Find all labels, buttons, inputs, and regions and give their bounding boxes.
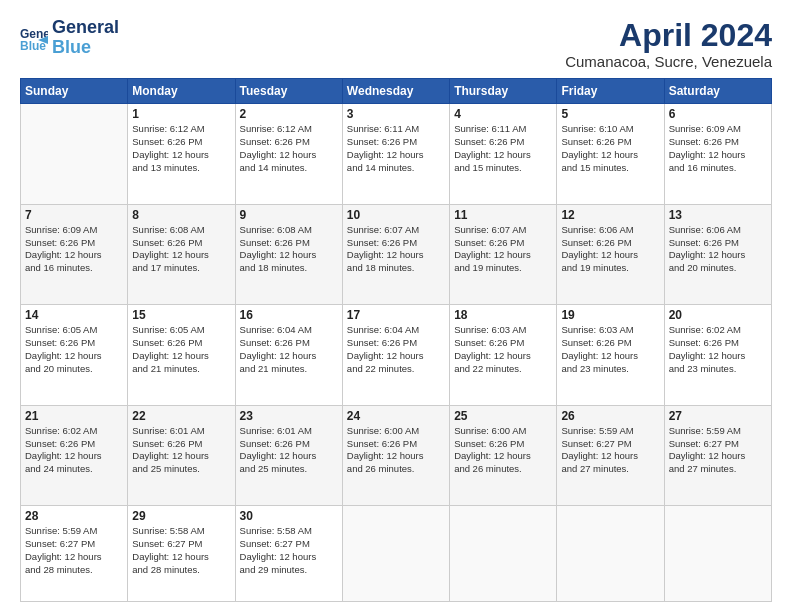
calendar-cell: 26Sunrise: 5:59 AMSunset: 6:27 PMDayligh… — [557, 405, 664, 506]
calendar-cell: 29Sunrise: 5:58 AMSunset: 6:27 PMDayligh… — [128, 506, 235, 602]
calendar-cell — [21, 104, 128, 205]
day-of-week-friday: Friday — [557, 79, 664, 104]
day-info: Sunrise: 6:10 AMSunset: 6:26 PMDaylight:… — [561, 123, 659, 174]
day-number: 14 — [25, 308, 123, 322]
calendar-cell: 3Sunrise: 6:11 AMSunset: 6:26 PMDaylight… — [342, 104, 449, 205]
week-row-4: 21Sunrise: 6:02 AMSunset: 6:26 PMDayligh… — [21, 405, 772, 506]
day-number: 25 — [454, 409, 552, 423]
day-info: Sunrise: 6:08 AMSunset: 6:26 PMDaylight:… — [132, 224, 230, 275]
day-info: Sunrise: 6:01 AMSunset: 6:26 PMDaylight:… — [240, 425, 338, 476]
day-info: Sunrise: 6:09 AMSunset: 6:26 PMDaylight:… — [669, 123, 767, 174]
day-of-week-monday: Monday — [128, 79, 235, 104]
day-info: Sunrise: 6:09 AMSunset: 6:26 PMDaylight:… — [25, 224, 123, 275]
logo-line2: Blue — [52, 38, 119, 58]
day-of-week-sunday: Sunday — [21, 79, 128, 104]
calendar-cell — [450, 506, 557, 602]
calendar-cell: 11Sunrise: 6:07 AMSunset: 6:26 PMDayligh… — [450, 204, 557, 305]
day-info: Sunrise: 6:02 AMSunset: 6:26 PMDaylight:… — [25, 425, 123, 476]
day-info: Sunrise: 6:04 AMSunset: 6:26 PMDaylight:… — [347, 324, 445, 375]
day-number: 23 — [240, 409, 338, 423]
calendar-cell: 21Sunrise: 6:02 AMSunset: 6:26 PMDayligh… — [21, 405, 128, 506]
day-number: 20 — [669, 308, 767, 322]
day-info: Sunrise: 6:01 AMSunset: 6:26 PMDaylight:… — [132, 425, 230, 476]
calendar-cell: 27Sunrise: 5:59 AMSunset: 6:27 PMDayligh… — [664, 405, 771, 506]
day-number: 21 — [25, 409, 123, 423]
day-number: 15 — [132, 308, 230, 322]
day-number: 11 — [454, 208, 552, 222]
calendar-cell: 12Sunrise: 6:06 AMSunset: 6:26 PMDayligh… — [557, 204, 664, 305]
day-number: 5 — [561, 107, 659, 121]
day-info: Sunrise: 6:12 AMSunset: 6:26 PMDaylight:… — [240, 123, 338, 174]
calendar-cell: 18Sunrise: 6:03 AMSunset: 6:26 PMDayligh… — [450, 305, 557, 406]
calendar-cell: 20Sunrise: 6:02 AMSunset: 6:26 PMDayligh… — [664, 305, 771, 406]
day-info: Sunrise: 6:07 AMSunset: 6:26 PMDaylight:… — [347, 224, 445, 275]
day-info: Sunrise: 6:00 AMSunset: 6:26 PMDaylight:… — [347, 425, 445, 476]
day-info: Sunrise: 5:58 AMSunset: 6:27 PMDaylight:… — [240, 525, 338, 576]
day-number: 1 — [132, 107, 230, 121]
day-number: 22 — [132, 409, 230, 423]
calendar-cell: 23Sunrise: 6:01 AMSunset: 6:26 PMDayligh… — [235, 405, 342, 506]
day-info: Sunrise: 6:07 AMSunset: 6:26 PMDaylight:… — [454, 224, 552, 275]
logo-text: General Blue — [52, 18, 119, 58]
day-info: Sunrise: 5:59 AMSunset: 6:27 PMDaylight:… — [561, 425, 659, 476]
calendar-header: SundayMondayTuesdayWednesdayThursdayFrid… — [21, 79, 772, 104]
day-info: Sunrise: 6:11 AMSunset: 6:26 PMDaylight:… — [454, 123, 552, 174]
day-info: Sunrise: 6:06 AMSunset: 6:26 PMDaylight:… — [669, 224, 767, 275]
day-number: 19 — [561, 308, 659, 322]
calendar-cell — [664, 506, 771, 602]
day-info: Sunrise: 6:03 AMSunset: 6:26 PMDaylight:… — [561, 324, 659, 375]
calendar-cell: 9Sunrise: 6:08 AMSunset: 6:26 PMDaylight… — [235, 204, 342, 305]
day-number: 9 — [240, 208, 338, 222]
day-number: 16 — [240, 308, 338, 322]
day-of-week-wednesday: Wednesday — [342, 79, 449, 104]
day-number: 30 — [240, 509, 338, 523]
calendar-cell: 15Sunrise: 6:05 AMSunset: 6:26 PMDayligh… — [128, 305, 235, 406]
calendar-page: General Blue General Blue April 2024 Cum… — [0, 0, 792, 612]
calendar-cell — [342, 506, 449, 602]
day-number: 13 — [669, 208, 767, 222]
calendar-cell: 19Sunrise: 6:03 AMSunset: 6:26 PMDayligh… — [557, 305, 664, 406]
week-row-5: 28Sunrise: 5:59 AMSunset: 6:27 PMDayligh… — [21, 506, 772, 602]
calendar-cell: 22Sunrise: 6:01 AMSunset: 6:26 PMDayligh… — [128, 405, 235, 506]
day-info: Sunrise: 6:05 AMSunset: 6:26 PMDaylight:… — [132, 324, 230, 375]
day-of-week-saturday: Saturday — [664, 79, 771, 104]
day-number: 17 — [347, 308, 445, 322]
calendar-cell: 6Sunrise: 6:09 AMSunset: 6:26 PMDaylight… — [664, 104, 771, 205]
calendar-cell: 1Sunrise: 6:12 AMSunset: 6:26 PMDaylight… — [128, 104, 235, 205]
calendar-cell: 7Sunrise: 6:09 AMSunset: 6:26 PMDaylight… — [21, 204, 128, 305]
day-info: Sunrise: 5:58 AMSunset: 6:27 PMDaylight:… — [132, 525, 230, 576]
day-info: Sunrise: 6:06 AMSunset: 6:26 PMDaylight:… — [561, 224, 659, 275]
day-info: Sunrise: 6:08 AMSunset: 6:26 PMDaylight:… — [240, 224, 338, 275]
calendar-cell — [557, 506, 664, 602]
day-info: Sunrise: 6:03 AMSunset: 6:26 PMDaylight:… — [454, 324, 552, 375]
calendar-cell: 13Sunrise: 6:06 AMSunset: 6:26 PMDayligh… — [664, 204, 771, 305]
day-info: Sunrise: 6:04 AMSunset: 6:26 PMDaylight:… — [240, 324, 338, 375]
day-number: 28 — [25, 509, 123, 523]
calendar-cell: 30Sunrise: 5:58 AMSunset: 6:27 PMDayligh… — [235, 506, 342, 602]
header: General Blue General Blue April 2024 Cum… — [20, 18, 772, 70]
day-number: 27 — [669, 409, 767, 423]
calendar-cell: 16Sunrise: 6:04 AMSunset: 6:26 PMDayligh… — [235, 305, 342, 406]
day-info: Sunrise: 6:12 AMSunset: 6:26 PMDaylight:… — [132, 123, 230, 174]
day-number: 7 — [25, 208, 123, 222]
svg-text:Blue: Blue — [20, 39, 46, 52]
calendar-cell: 24Sunrise: 6:00 AMSunset: 6:26 PMDayligh… — [342, 405, 449, 506]
week-row-3: 14Sunrise: 6:05 AMSunset: 6:26 PMDayligh… — [21, 305, 772, 406]
day-number: 26 — [561, 409, 659, 423]
calendar-cell: 17Sunrise: 6:04 AMSunset: 6:26 PMDayligh… — [342, 305, 449, 406]
day-number: 29 — [132, 509, 230, 523]
calendar-cell: 8Sunrise: 6:08 AMSunset: 6:26 PMDaylight… — [128, 204, 235, 305]
day-number: 10 — [347, 208, 445, 222]
day-number: 12 — [561, 208, 659, 222]
day-number: 4 — [454, 107, 552, 121]
day-number: 2 — [240, 107, 338, 121]
month-title: April 2024 — [565, 18, 772, 53]
calendar-table: SundayMondayTuesdayWednesdayThursdayFrid… — [20, 78, 772, 602]
header-row: SundayMondayTuesdayWednesdayThursdayFrid… — [21, 79, 772, 104]
location: Cumanacoa, Sucre, Venezuela — [565, 53, 772, 70]
day-info: Sunrise: 6:00 AMSunset: 6:26 PMDaylight:… — [454, 425, 552, 476]
title-block: April 2024 Cumanacoa, Sucre, Venezuela — [565, 18, 772, 70]
week-row-1: 1Sunrise: 6:12 AMSunset: 6:26 PMDaylight… — [21, 104, 772, 205]
day-info: Sunrise: 6:02 AMSunset: 6:26 PMDaylight:… — [669, 324, 767, 375]
logo-icon: General Blue — [20, 24, 48, 52]
